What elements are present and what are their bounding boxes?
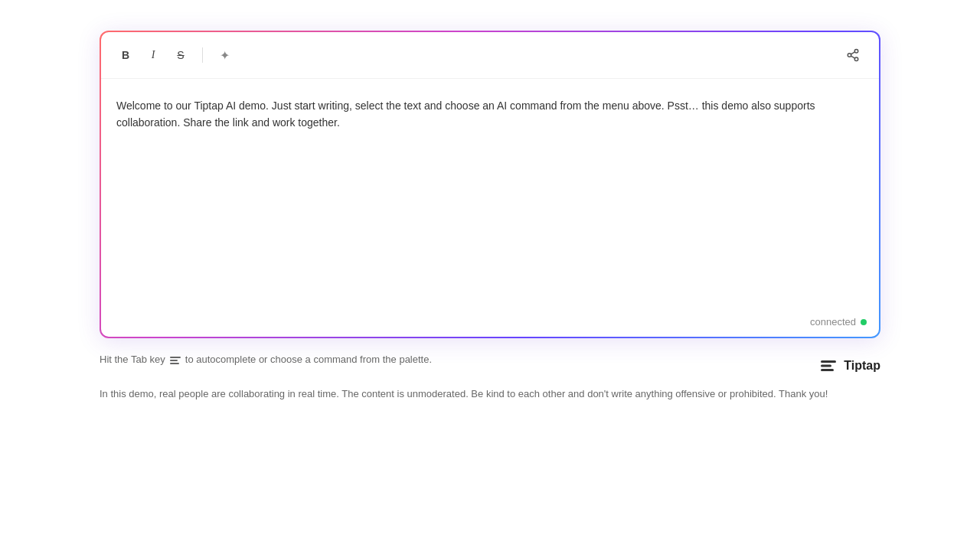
list-icon-visual (170, 357, 181, 364)
tab-hint-text: Hit the Tab key (100, 354, 165, 365)
bold-button[interactable]: B (113, 43, 138, 67)
connected-status: connected (810, 316, 867, 328)
tab-hint: Hit the Tab key to autocomplete or choos… (100, 354, 432, 365)
svg-rect-6 (821, 364, 831, 367)
svg-line-3 (851, 56, 854, 58)
toolbar: B I S ✦ (101, 32, 879, 79)
italic-button[interactable]: I (141, 43, 165, 67)
disclaimer-text: In this demo, real people are collaborat… (100, 386, 880, 402)
connected-label: connected (810, 316, 856, 328)
share-icon (846, 48, 860, 62)
share-button[interactable] (839, 41, 867, 69)
sparkle-icon: ✦ (220, 48, 230, 63)
strikethrough-button[interactable]: S (168, 43, 193, 67)
tiptap-brand-name: Tiptap (844, 359, 880, 373)
footer-info: Hit the Tab key to autocomplete or choos… (100, 354, 880, 402)
editor-body-text: Welcome to our Tiptap AI demo. Just star… (116, 97, 864, 132)
editor-inner: B I S ✦ Welcome to our Tiptap AI demo. J… (101, 32, 879, 337)
svg-rect-5 (821, 360, 836, 363)
editor-footer: connected (101, 308, 879, 337)
tiptap-brand: Tiptap (819, 357, 880, 375)
editor-container: B I S ✦ Welcome to our Tiptap AI demo. J… (100, 31, 880, 338)
editor-content-area[interactable]: Welcome to our Tiptap AI demo. Just star… (101, 79, 879, 308)
connected-dot (861, 319, 867, 325)
tab-hint-suffix: to autocomplete or choose a command from… (185, 354, 432, 365)
list-icon (168, 354, 182, 365)
ai-button[interactable]: ✦ (212, 43, 237, 67)
toolbar-divider (202, 47, 203, 63)
svg-rect-7 (821, 369, 834, 371)
tiptap-logo-icon (820, 357, 837, 374)
hint-row: Hit the Tab key to autocomplete or choos… (100, 354, 880, 377)
tiptap-brand-icon (819, 357, 838, 375)
svg-line-4 (851, 52, 854, 54)
